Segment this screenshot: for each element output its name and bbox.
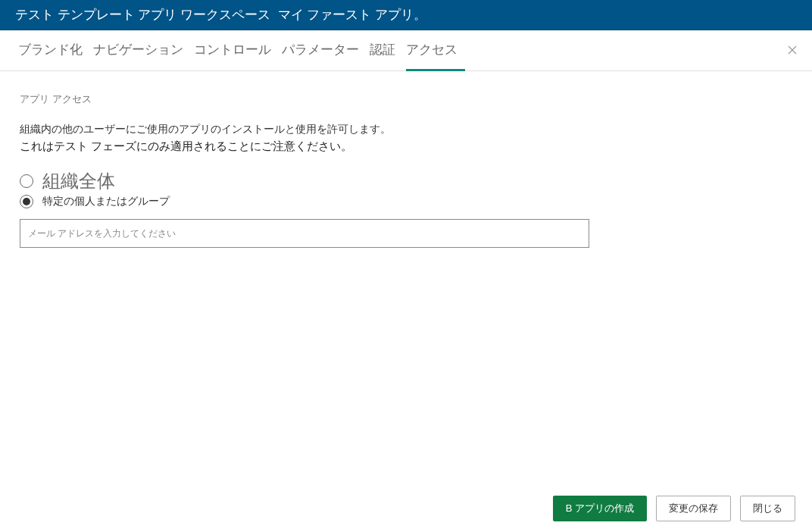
description-line1: 組織内の他のユーザーにご使用のアプリのインストールと使用を許可します。 [20, 123, 792, 136]
content-area: アプリ アクセス 組織内の他のユーザーにご使用のアプリのインストールと使用を許可… [0, 71, 812, 269]
radio-specific-label: 特定の個人またはグループ [42, 195, 170, 208]
tab-parameter[interactable]: パラメーター [282, 31, 367, 71]
save-changes-button[interactable]: 変更の保存 [656, 496, 731, 521]
tab-control[interactable]: コントロール [194, 31, 279, 71]
tab-label: ブランド化 [18, 41, 83, 58]
radio-selected-icon[interactable] [20, 195, 33, 208]
tab-access[interactable]: アクセス [406, 31, 465, 71]
tab-label: アクセス [406, 41, 458, 58]
tab-label: パラメーター [282, 41, 359, 58]
tab-auth[interactable]: 認証 [370, 31, 403, 71]
section-title: アプリ アクセス [20, 92, 792, 106]
radio-specific-row[interactable]: 特定の個人またはグループ [20, 195, 792, 208]
email-input[interactable] [20, 219, 589, 248]
radio-entire-org-row[interactable]: 組織全体 [20, 169, 792, 193]
button-label: 閉じる [753, 502, 782, 515]
create-app-button[interactable]: B アプリの作成 [553, 496, 647, 521]
header-bar: テスト テンプレート アプリ ワークスペース マイ ファースト アプリ。 [0, 0, 812, 30]
close-icon[interactable] [788, 45, 797, 57]
header-title: マイ ファースト アプリ。 [278, 6, 426, 23]
tab-label: コントロール [194, 41, 271, 58]
footer: B アプリの作成 変更の保存 閉じる [553, 496, 795, 521]
tab-navigation[interactable]: ナビゲーション [93, 31, 191, 71]
close-button[interactable]: 閉じる [740, 496, 795, 521]
button-label: B アプリの作成 [566, 502, 634, 515]
tab-bar: ブランド化 ナビゲーション コントロール パラメーター 認証 アクセス [0, 30, 812, 71]
tab-branding[interactable]: ブランド化 [18, 31, 90, 71]
button-label: 変更の保存 [669, 502, 718, 515]
header-prefix: テスト テンプレート アプリ ワークスペース [15, 6, 270, 23]
tab-label: ナビゲーション [93, 41, 183, 58]
tab-label: 認証 [370, 41, 395, 58]
radio-entire-org-label: 組織全体 [42, 169, 115, 193]
radio-unselected-icon[interactable] [20, 174, 33, 188]
description-line2: これはテスト フェーズにのみ適用されることにご注意ください。 [20, 139, 792, 154]
